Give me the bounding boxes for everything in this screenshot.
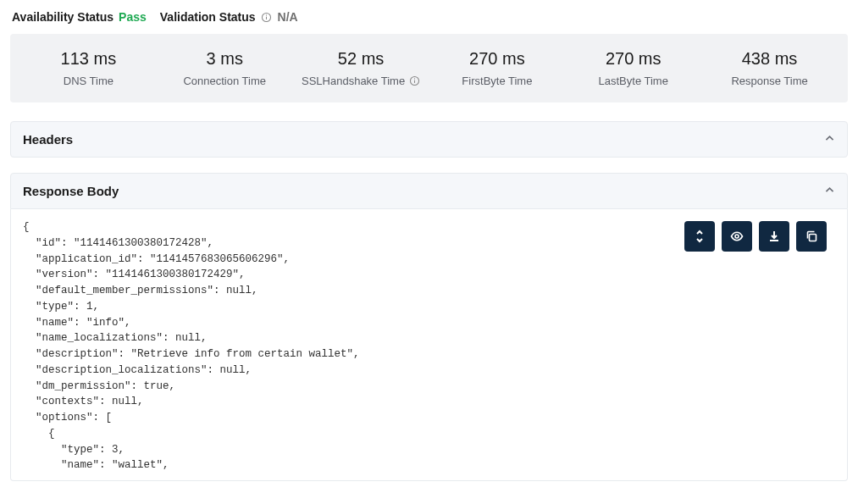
response-body-content[interactable]: { "id": "1141461300380172428", "applicat… xyxy=(23,219,835,474)
svg-point-5 xyxy=(414,78,415,79)
metric-response: 438 ms Response Time xyxy=(701,49,838,87)
metric-dns-label: DNS Time xyxy=(64,75,113,87)
metric-firstbyte: 270 ms FirstByte Time xyxy=(429,49,565,87)
metric-firstbyte-label: FirstByte Time xyxy=(462,75,532,87)
expand-collapse-button[interactable] xyxy=(684,221,715,252)
chevron-up-icon xyxy=(824,133,835,147)
metric-connection-label: Connection Time xyxy=(183,75,266,87)
validation-status: Validation Status N/A xyxy=(160,10,298,24)
response-body-section-header[interactable]: Response Body xyxy=(10,173,848,209)
svg-point-2 xyxy=(266,14,267,15)
view-button[interactable] xyxy=(722,221,752,252)
info-icon[interactable] xyxy=(408,75,420,87)
svg-rect-9 xyxy=(810,235,816,241)
metric-response-label: Response Time xyxy=(731,75,807,87)
info-icon[interactable] xyxy=(261,11,273,23)
metric-lastbyte-label: LastByte Time xyxy=(599,75,668,87)
metric-connection: 3 ms Connection Time xyxy=(157,49,293,87)
metric-ssl: 52 ms SSLHandshake Time xyxy=(293,49,429,87)
chevron-up-icon xyxy=(824,185,835,198)
metric-ssl-label-text: SSLHandshake Time xyxy=(302,75,405,87)
copy-button[interactable] xyxy=(796,221,827,252)
status-row: Availability Status Pass Validation Stat… xyxy=(10,7,848,34)
response-body-section-title: Response Body xyxy=(23,184,119,198)
response-body-panel: { "id": "1141461300380172428", "applicat… xyxy=(10,209,848,481)
svg-point-6 xyxy=(735,235,739,238)
metric-lastbyte-value: 270 ms xyxy=(565,49,701,69)
headers-section-title: Headers xyxy=(23,132,73,147)
metrics-bar: 113 ms DNS Time 3 ms Connection Time 52 … xyxy=(10,34,848,102)
metric-dns: 113 ms DNS Time xyxy=(20,49,157,87)
metric-ssl-value: 52 ms xyxy=(293,49,429,69)
download-button[interactable] xyxy=(759,221,789,252)
metric-response-value: 438 ms xyxy=(701,49,838,69)
validation-status-value: N/A xyxy=(278,10,298,24)
availability-status-label: Availability Status xyxy=(12,10,113,24)
validation-status-label: Validation Status xyxy=(160,10,256,24)
availability-status-value: Pass xyxy=(119,10,147,24)
metric-dns-value: 113 ms xyxy=(20,49,157,69)
metric-connection-value: 3 ms xyxy=(157,49,293,69)
metric-ssl-label: SSLHandshake Time xyxy=(302,75,420,87)
response-body-actions xyxy=(684,221,827,252)
metric-firstbyte-value: 270 ms xyxy=(429,49,565,69)
metric-lastbyte: 270 ms LastByte Time xyxy=(565,49,701,87)
headers-section-header[interactable]: Headers xyxy=(10,121,848,158)
availability-status: Availability Status Pass xyxy=(12,10,147,24)
